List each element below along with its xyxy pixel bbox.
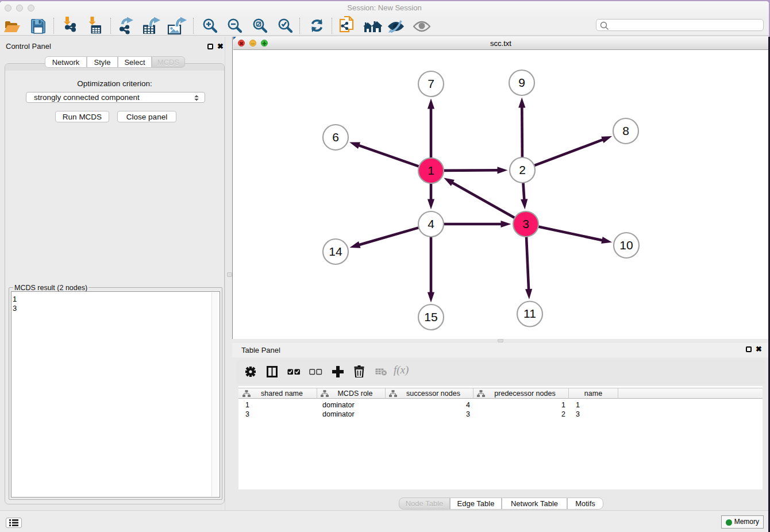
svg-text:1: 1 (428, 164, 434, 177)
svg-text:11: 11 (523, 307, 536, 320)
svg-text:7: 7 (428, 77, 434, 90)
svg-text:9: 9 (518, 76, 525, 89)
svg-text:8: 8 (622, 124, 629, 137)
svg-text:10: 10 (619, 238, 633, 252)
svg-text:14: 14 (329, 245, 342, 258)
svg-text:2: 2 (519, 163, 526, 176)
svg-text:3: 3 (522, 217, 529, 230)
svg-text:6: 6 (332, 130, 339, 144)
svg-text:15: 15 (424, 310, 437, 323)
svg-text:4: 4 (428, 217, 434, 230)
